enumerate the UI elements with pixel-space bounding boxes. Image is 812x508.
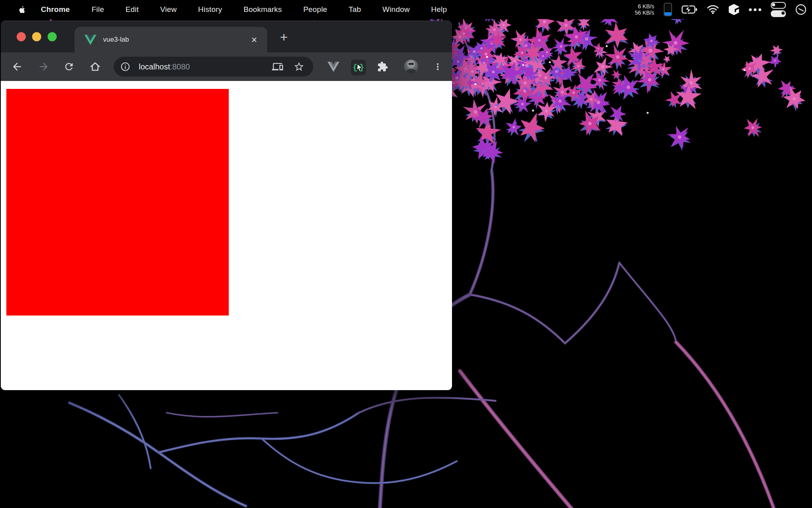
minimize-window-button[interactable]: [32, 32, 41, 41]
menu-status-area: 6 KB/s 56 KB/s: [635, 0, 806, 19]
menu-item-help[interactable]: Help: [420, 5, 458, 14]
tab-title: vue3-lab: [103, 36, 248, 44]
menu-item-edit[interactable]: Edit: [115, 5, 149, 14]
new-tab-button[interactable]: +: [275, 28, 293, 46]
download-speed: 56 KB/s: [635, 10, 654, 16]
tab-strip: vue3-lab × +: [1, 21, 452, 52]
vue-devtools-icon[interactable]: [325, 58, 342, 75]
box-app-icon[interactable]: [728, 4, 739, 15]
red-square: [6, 89, 229, 316]
home-button[interactable]: [86, 58, 104, 75]
menu-bar: Chrome File Edit View History Bookmarks …: [0, 0, 812, 19]
menu-item-window[interactable]: Window: [372, 5, 421, 14]
clock-status-icon[interactable]: [795, 4, 806, 15]
wifi-icon[interactable]: [707, 5, 719, 14]
url-text[interactable]: localhost:8080: [139, 62, 190, 71]
braces-extension-icon[interactable]: { }: [350, 59, 367, 76]
phone-battery-icon[interactable]: [664, 3, 672, 16]
more-menu-icon[interactable]: [749, 8, 761, 11]
menu-item-people[interactable]: People: [293, 5, 338, 14]
profile-avatar[interactable]: [402, 58, 420, 75]
browser-toolbar: localhost:8080 { }: [1, 52, 452, 82]
url-port: :8080: [170, 62, 190, 71]
site-info-icon[interactable]: [117, 59, 133, 75]
menu-item-bookmarks[interactable]: Bookmarks: [233, 5, 293, 14]
back-button[interactable]: [8, 58, 26, 75]
zoom-window-button[interactable]: [48, 32, 57, 41]
url-host: localhost: [139, 62, 170, 71]
browser-window: vue3-lab × + localhost:8080: [1, 21, 452, 390]
address-bar[interactable]: localhost:8080: [114, 57, 313, 77]
vue-favicon-icon: [84, 35, 96, 45]
chrome-menu-icon[interactable]: [429, 58, 446, 75]
bookmark-star-icon[interactable]: [291, 59, 307, 75]
close-window-button[interactable]: [17, 32, 26, 41]
menu-item-tab[interactable]: Tab: [338, 5, 372, 14]
upload-speed: 6 KB/s: [635, 3, 654, 10]
extensions-puzzle-icon[interactable]: [374, 58, 391, 75]
battery-charging-icon[interactable]: [682, 5, 697, 14]
menu-item-file[interactable]: File: [81, 5, 115, 14]
send-to-devices-icon[interactable]: [270, 59, 285, 75]
browser-tab[interactable]: vue3-lab ×: [75, 27, 267, 52]
menu-item-chrome[interactable]: Chrome: [27, 5, 81, 14]
menu-item-view[interactable]: View: [149, 5, 188, 14]
menu-item-history[interactable]: History: [188, 5, 233, 14]
reload-button[interactable]: [60, 58, 78, 75]
apple-menu-icon[interactable]: [18, 5, 27, 15]
page-content: [1, 81, 452, 390]
network-speed-indicator: 6 KB/s 56 KB/s: [635, 3, 654, 16]
window-controls: [17, 32, 57, 41]
control-center-icon[interactable]: [771, 2, 786, 17]
tab-close-button[interactable]: ×: [248, 34, 260, 46]
forward-button[interactable]: [35, 58, 52, 75]
